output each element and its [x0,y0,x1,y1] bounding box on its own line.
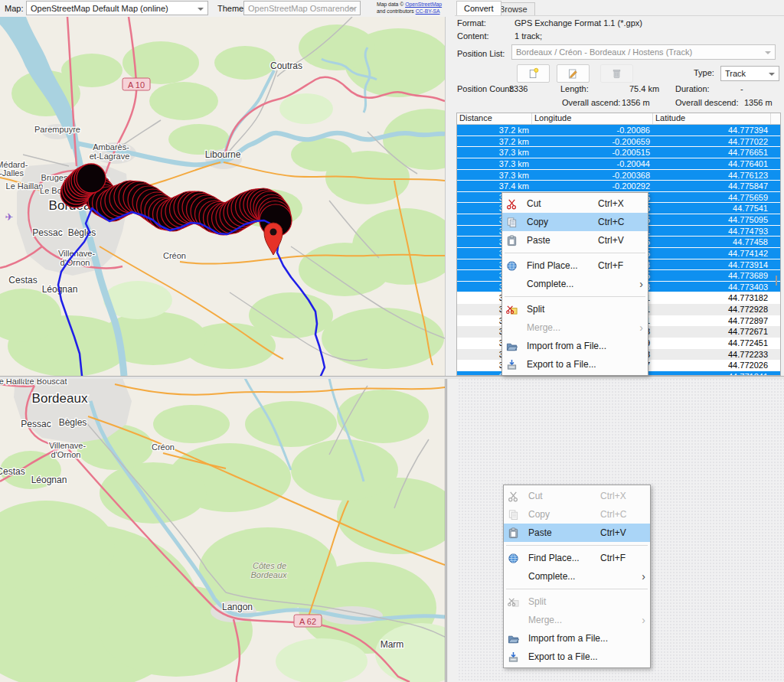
vertical-splitter[interactable] [445,378,457,682]
menu-item-cut[interactable]: CutCtrl+X [502,194,648,213]
tab-convert[interactable]: Convert [456,1,501,15]
column-header-distance[interactable]: Distance [457,113,532,124]
cell-latitude: 44.774793 [653,226,771,237]
edit-position-list-button[interactable] [557,64,590,83]
menu-item-split[interactable]: Split [504,592,650,611]
menu-item-complete[interactable]: Complete...› [502,275,648,293]
map-label: Le Haillan [6,181,44,191]
menu-item-shortcut: Ctrl+F [598,260,636,271]
cell-latitude: 44.774142 [653,248,771,259]
map-label: Marm [381,639,404,650]
map-label: Parempuyre [34,125,80,134]
theme-label: Theme: [217,4,246,13]
menu-item-shortcut: Ctrl+V [600,527,639,538]
column-header-latitude[interactable]: Latitude [653,113,771,124]
menu-item-find-place[interactable]: Find Place...Ctrl+F [502,256,648,275]
theme-select[interactable]: OpenStreetMap Osmarender [243,1,361,15]
map-label: d'Ornon [51,450,81,459]
menu-item-paste[interactable]: PasteCtrl+V [504,524,650,542]
new-document-icon [527,67,540,80]
position-list-select[interactable]: Bordeaux / Créon - Bordeaux / Hostens (T… [511,44,776,60]
menu-item-merge[interactable]: Merge...› [504,611,650,629]
menu-item-paste[interactable]: PasteCtrl+V [502,231,648,250]
map-label: Libourne [205,149,241,160]
scrollbar-thumb[interactable] [776,276,777,286]
vertical-splitter[interactable] [445,0,456,376]
table-row[interactable]: 37.2 km-0.2008644.777394 [457,125,780,136]
map-view-top[interactable]: A 10CoutrasParempuyreAmbarès-et-LagraveL… [0,17,445,376]
table-row[interactable]: 37.3 km-0.20036844.776123 [457,170,780,181]
length-value: 75.4 km [629,84,659,93]
menu-item-label: Import from a File... [527,341,606,351]
menu-item-export-to-a-file[interactable]: Export to a File... [502,355,648,374]
menu-item-shortcut: Ctrl+F [600,553,639,563]
trash-icon [610,67,623,80]
motorway-badge-label: A 62 [299,617,316,626]
new-position-list-button[interactable] [517,64,550,83]
cell-latitude: 44.775095 [653,214,771,225]
table-row[interactable]: 37.3 km-0.20051544.776651 [457,147,780,158]
table-row[interactable]: 37.2 km-0.20065944.777022 [457,136,780,148]
chevron-down-icon [350,8,356,11]
delete-position-list-button[interactable] [600,64,633,83]
split-icon [506,303,521,315]
menu-item-split[interactable]: Split [502,300,648,318]
map-label: ✈ [5,211,14,223]
submenu-arrow-icon: › [636,279,643,289]
position-list-label: Position List: [457,49,505,58]
chevron-down-icon [769,73,775,76]
import-icon [506,340,521,352]
position-table-header[interactable]: DistanceLongitudeLatitude [457,113,780,125]
map-view-bottom[interactable]: A 62Le HaillanLe BouscatBordeauxPessacBè… [0,378,445,682]
paste-icon [506,234,521,246]
map-label: Côtes de [253,561,286,570]
cell-longitude: -0.200659 [532,136,653,147]
cell-latitude: 44.772897 [653,315,771,327]
menu-separator [505,253,645,253]
cell-distance: 37.3 km [457,147,532,158]
cell-longitude: -0.20086 [532,125,653,135]
map-label: Bordeaux [32,391,88,406]
map-label: Le Bouscat [24,378,67,386]
menu-item-shortcut: Ctrl+X [600,491,639,501]
menu-item-shortcut: Ctrl+V [598,235,636,246]
menu-item-import-from-a-file[interactable]: Import from a File... [502,337,648,355]
table-row[interactable]: 37.4 km-0.20029244.775847 [457,181,780,192]
copy-icon [506,216,521,228]
waypoint-circle[interactable] [77,164,106,193]
attribution-text: Map data © [377,2,405,7]
menu-item-merge[interactable]: Merge...› [502,318,648,337]
no-icon [506,321,521,334]
cell-latitude: 44.775659 [653,192,771,203]
menu-item-export-to-a-file[interactable]: Export to a File... [504,648,650,666]
edit-pencil-icon [567,67,580,80]
menu-item-copy[interactable]: CopyCtrl+C [504,505,650,524]
type-select[interactable]: Track [720,66,779,81]
paste-icon [508,527,523,539]
menu-item-cut[interactable]: CutCtrl+X [504,487,650,505]
license-link[interactable]: CC-BY-SA [416,8,440,14]
cut-icon [506,197,521,210]
map-toolbar: Map: OpenStreetMap Default Map (online) … [0,0,455,17]
menu-item-copy[interactable]: CopyCtrl+C [502,213,648,231]
duration-label: Duration: [675,84,710,93]
cell-latitude: 44.772451 [653,338,771,349]
map-select[interactable]: OpenStreetMap Default Map (online) [26,1,208,15]
menu-item-import-from-a-file[interactable]: Import from a File... [504,629,650,648]
screenshot-divider [0,376,784,379]
openstreetmap-link[interactable]: OpenStreetMap [405,2,442,7]
map-label: Créon [152,442,175,452]
column-header-longitude[interactable]: Longitude [532,113,653,124]
context-menu-positions: CutCtrl+XCopyCtrl+CPasteCtrl+VFind Place… [501,192,648,376]
table-row[interactable]: 37.3 km-0.2004444.776401 [457,158,780,170]
position-list-value: Bordeaux / Créon - Bordeaux / Hostens (T… [516,47,692,57]
menu-item-find-place[interactable]: Find Place...Ctrl+F [504,549,650,567]
submenu-arrow-icon: › [639,571,645,582]
menu-item-label: Import from a File... [528,633,608,644]
menu-item-shortcut: Ctrl+X [598,198,636,209]
menu-item-complete[interactable]: Complete...› [504,567,650,586]
menu-item-label: Copy [527,217,598,227]
menu-separator [505,296,645,297]
cell-latitude: 44.772671 [653,326,771,338]
map-label: Villenave- [49,441,86,450]
